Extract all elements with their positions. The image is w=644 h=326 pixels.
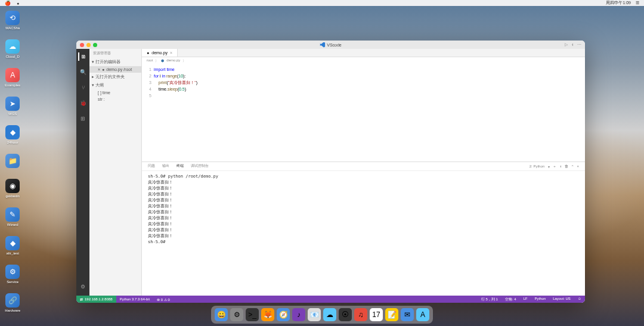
activity-explorer-icon[interactable]: 🗎	[78, 52, 86, 61]
split-icon[interactable]: ⫞	[571, 42, 574, 47]
app-label: MACSha	[5, 26, 20, 30]
breadcrumb[interactable]: root〉 ⬢ demo.py〉	[142, 57, 585, 65]
status-item[interactable]: Python	[531, 297, 549, 302]
status-item[interactable]: 行 5，列 1	[478, 297, 501, 302]
dock-item[interactable]: A	[416, 308, 429, 321]
activity-extensions-icon[interactable]: ⊞	[79, 114, 87, 123]
close-button[interactable]	[80, 43, 84, 47]
dock-item[interactable]: ♪	[292, 308, 305, 321]
app-icon: ➤	[5, 97, 20, 111]
desktop-icon-Wizard[interactable]: ✎Wizard	[5, 207, 20, 226]
macos-dock: 😀⚙>_🦊🧭♪📧☁⦿♫17📝✉A	[211, 306, 433, 324]
activity-search-icon[interactable]: 🔍	[79, 68, 87, 76]
code-editor[interactable]: 12345 import time for i in range(10): pr…	[142, 65, 585, 162]
app-label: gsklastin	[6, 194, 20, 198]
chevron-down-icon[interactable]: ▾	[548, 164, 550, 169]
dock-item[interactable]: ⚙	[230, 308, 243, 321]
desktop-icons: ⟲MACSha☁Cloud_DAExamples➤WGS◆24hour📁◉gsk…	[5, 11, 20, 312]
desktop-icon-Cloud_D[interactable]: ☁Cloud_D	[5, 39, 20, 58]
status-problems[interactable]: ⊗ 0 ⚠ 0	[153, 297, 174, 302]
modified-icon: ●	[147, 51, 149, 55]
panel-tab-problems[interactable]: 问题	[148, 163, 155, 169]
desktop-icon-Service[interactable]: ⚙Service	[5, 265, 20, 284]
dock-item[interactable]: 17	[370, 308, 383, 321]
menubar-list-icon[interactable]: ☰	[636, 1, 639, 5]
desktop-icon-altr_test[interactable]: ◆altr_test	[5, 236, 20, 255]
more-icon[interactable]: ⋯	[577, 42, 581, 47]
app-icon: ✎	[5, 207, 20, 222]
window-titlebar[interactable]: VScode ▷ ⫞ ⋯	[76, 41, 585, 49]
minimize-button[interactable]	[86, 43, 91, 47]
activity-debug-icon[interactable]: 🐞	[79, 99, 87, 107]
dock-item[interactable]: 📝	[385, 308, 398, 321]
run-icon[interactable]: ▷	[565, 42, 568, 47]
desktop-icon-Examples[interactable]: AExamples	[5, 68, 20, 87]
status-remote-host: 192.168.1.2:8088	[85, 297, 113, 301]
sidebar-outline[interactable]: ▾ 大纲	[89, 81, 141, 89]
status-python[interactable]: Python 3.7.3 64-bit	[116, 297, 153, 301]
breadcrumb-segment[interactable]: demo.py	[166, 58, 180, 64]
window-title: VScode	[320, 42, 342, 48]
dock-item[interactable]: ♫	[354, 308, 367, 321]
split-terminal-icon[interactable]: ⫞	[559, 164, 561, 168]
menubar-clock[interactable]: 周四申午1:09	[606, 0, 631, 6]
status-item[interactable]: 空格: 4	[501, 297, 520, 302]
window-controls	[80, 43, 97, 47]
desktop-icon-[interactable]: 📁	[5, 154, 20, 169]
desktop-icon-Hardware[interactable]: 🔗Hardware	[5, 293, 20, 312]
trash-icon[interactable]: 🗑	[565, 164, 568, 168]
tab-demo-py[interactable]: ● demo.py ×	[142, 49, 178, 57]
sidebar-item-label: demo.py /root	[106, 67, 132, 72]
app-label: Examples	[5, 83, 20, 87]
activity-settings-icon[interactable]: ⚙	[79, 282, 87, 291]
panel-tabs: 问题 输出 终端 调试控制台 2: Python ▾ + ⫞ 🗑 ^ ×	[142, 162, 585, 171]
maximize-panel-icon[interactable]: ^	[572, 164, 574, 168]
status-item[interactable]: ☺	[574, 297, 585, 302]
panel-tab-output[interactable]: 输出	[162, 163, 169, 169]
tab-close-icon[interactable]: ×	[170, 51, 172, 55]
sidebar-open-file[interactable]: × ● demo.py /root	[89, 66, 141, 73]
app-label: Wizard	[7, 223, 18, 226]
macos-menubar: 🍎 ● 周四申午1:09 ☰	[0, 0, 644, 6]
terminal-selector[interactable]: 2: Python	[530, 164, 544, 168]
dock-item[interactable]: 📧	[308, 308, 321, 321]
status-bar: ⇄ 192.168.1.2:8088 Python 3.7.3 64-bit ⊗…	[76, 296, 585, 303]
maximize-button[interactable]	[93, 43, 97, 47]
sidebar-outline-item[interactable]: str :	[89, 96, 141, 103]
app-label: altr_test	[7, 252, 19, 255]
panel-tab-terminal[interactable]: 终端	[177, 163, 184, 169]
status-item[interactable]: LF	[519, 297, 531, 302]
panel-tab-debug[interactable]: 调试控制台	[191, 163, 209, 169]
desktop-icon-gsklastin[interactable]: ◉gsklastin	[5, 179, 20, 198]
close-icon[interactable]: ×	[98, 67, 100, 72]
terminal-panel: 问题 输出 终端 调试控制台 2: Python ▾ + ⫞ 🗑 ^ × sh-…	[142, 162, 585, 296]
desktop-icon-MACSha[interactable]: ⟲MACSha	[5, 11, 20, 30]
editor-tabs: ● demo.py ×	[142, 49, 585, 57]
sidebar-no-folder[interactable]: ▸ 无打开的文件夹	[89, 73, 141, 81]
status-remote[interactable]: ⇄ 192.168.1.2:8088	[76, 296, 116, 303]
desktop-icon-WGS[interactable]: ➤WGS	[5, 97, 20, 116]
activity-git-icon[interactable]: ⑂	[79, 83, 87, 92]
app-label: Cloud_D	[5, 55, 19, 58]
dock-item[interactable]: 🦊	[261, 308, 274, 321]
sidebar-open-editors[interactable]: ▾ 打开的编辑器	[89, 58, 141, 66]
apple-menu-icon[interactable]: 🍎	[5, 1, 11, 6]
dock-item[interactable]: ☁	[323, 308, 336, 321]
window-title-text: VScode	[327, 43, 342, 47]
close-panel-icon[interactable]: ×	[577, 164, 579, 168]
desktop-icon-24hour[interactable]: ◆24hour	[5, 125, 20, 144]
new-terminal-icon[interactable]: +	[553, 164, 556, 168]
sidebar-outline-item[interactable]: [ ] time	[89, 89, 141, 96]
dock-item[interactable]: 🧭	[277, 308, 290, 321]
dock-item[interactable]: 😀	[215, 308, 228, 321]
code-content[interactable]: import time for i in range(10): print("真…	[154, 65, 585, 162]
status-item[interactable]: Layout: US	[549, 297, 574, 302]
dock-item[interactable]: >_	[246, 308, 259, 321]
dock-item[interactable]: ✉	[401, 308, 414, 321]
activity-bar: 🗎 🔍 ⑂ 🐞 ⊞ ⚙	[76, 49, 89, 296]
terminal-output[interactable]: sh-5.0# python /root/demo.py 真冷惊喜归！ 真冷惊喜…	[142, 171, 585, 296]
menu-dot: ●	[17, 1, 19, 5]
line-numbers: 12345	[142, 65, 154, 162]
breadcrumb-segment[interactable]: root	[147, 58, 153, 64]
dock-item[interactable]: ⦿	[339, 308, 352, 321]
